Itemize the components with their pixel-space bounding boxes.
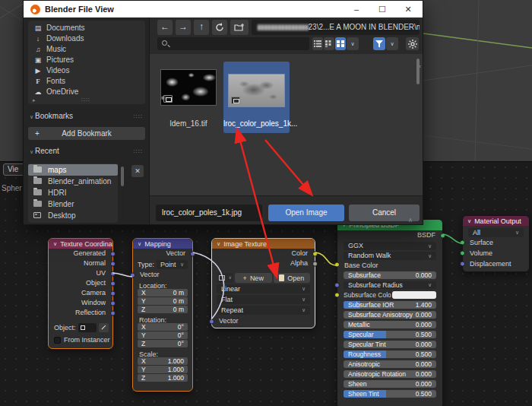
display-settings-dropdown[interactable]: ∨ [347,37,359,50]
sidebar-item-onedrive[interactable]: ☁OneDrive [28,87,145,97]
socket-uv[interactable] [110,271,116,276]
socket-color[interactable] [312,251,318,256]
region-expand-chevron-icon[interactable]: ∧ [408,217,413,224]
bookmarks-header[interactable]: ∨ Bookmarks [30,112,73,120]
file-grid-area[interactable]: ldem_16.tif lroc_color_poles_1k... ‹ [150,54,423,197]
open-image-button[interactable]: Open [274,273,311,283]
recent-item-blender-animation[interactable]: Blender_animation [28,176,118,187]
scale-y[interactable]: Y1.000 [138,366,188,373]
dialog-titlebar[interactable]: Blender File View – ☐ ✕ [24,1,423,17]
subsurface-radius-dropdown[interactable]: Subsurface Radius∨ [344,281,436,289]
object-id-field[interactable] [78,323,97,332]
add-bookmark-button[interactable]: + Add Bookmark [28,127,145,140]
specular-tint-slider[interactable]: Specular Tint0.000 [344,341,436,348]
sidebar-item-documents[interactable]: ▤Documents [28,23,145,33]
node-principled-bsdf[interactable]: ∨ Principled BSDF BSDF GGX∨ Random Walk∨… [337,219,443,406]
image-browser-button[interactable]: ∨ [217,273,233,283]
socket-window[interactable] [110,300,116,306]
socket-vector-in[interactable] [209,319,214,324]
subsurface-color-swatch[interactable] [392,291,436,299]
distribution-dropdown[interactable]: GGX∨ [344,242,436,250]
file-thumbnail-lroc[interactable] [228,74,285,107]
remove-recent-button[interactable]: ✕ [131,165,144,177]
file-thumbnail-ldem[interactable] [160,69,217,106]
path-field[interactable]: ▮▮▮▮▮▮▮▮▮▮▮▮▮▮▮23\2...E A MOON IN BLENDE… [252,20,420,35]
collapse-chevron-icon[interactable]: ∨ [467,218,471,224]
parent-directory-button[interactable]: ↑ [194,20,209,35]
eyedropper-button[interactable] [99,323,109,332]
node-header-image-texture[interactable]: ∨ Image Texture [212,239,315,249]
filter-options-dropdown[interactable]: ∨ [386,37,398,50]
refresh-button[interactable] [212,20,227,35]
socket-subsurface-color[interactable] [334,293,340,298]
location-y[interactable]: Y0 m [138,297,188,305]
open-image-button[interactable]: Open Image [268,205,344,221]
type-dropdown[interactable]: Point∨ [157,260,188,269]
recent-item-maps[interactable]: maps [28,164,118,176]
bookmarks-grip-icon[interactable]: ∷∷ [134,113,143,120]
node-header-mapping[interactable]: ∨ Mapping [133,239,192,249]
back-button[interactable]: ← [157,20,173,35]
forward-button[interactable]: → [176,20,191,35]
socket-volume[interactable] [460,251,465,256]
socket-subsurface-radius[interactable] [334,283,340,288]
anisotropic-slider[interactable]: Anisotropic0.000 [344,360,436,368]
node-texture-coordinate[interactable]: ∨ Texture Coordinate Generated Normal UV… [48,238,113,349]
rotation-z[interactable]: Z0° [138,340,188,347]
sidebar-item-videos[interactable]: ▶Videos [28,65,145,76]
subsurface-anisotropy-slider[interactable]: Subsurface Anisotropy0.000 [344,311,436,319]
recent-header[interactable]: ∨ Recent [30,147,59,155]
scale-x[interactable]: X1.000 [138,357,188,365]
anisotropic-rotation-slider[interactable]: Anisotropic Rotation0.000 [344,370,436,378]
maximize-button[interactable]: ☐ [371,1,394,17]
view-horizontal-list-button[interactable] [324,37,334,50]
filename-input[interactable]: lroc_color_poles_1k.jpg [156,205,262,221]
recent-item-blender[interactable]: Blender [28,198,118,210]
sidebar-item-music[interactable]: ♫Music [28,44,145,55]
specular-slider[interactable]: Specular0.500 [344,331,436,338]
socket-object[interactable] [110,281,116,286]
location-x[interactable]: X0 m [138,289,188,297]
socket-base-color[interactable] [334,262,340,268]
node-header-texture-coordinate[interactable]: ∨ Texture Coordinate [49,239,112,249]
recent-item-desktop[interactable]: Desktop [28,210,118,221]
recent-item-hdri[interactable]: HDRI [28,187,118,198]
minimize-button[interactable]: – [345,1,368,17]
expand-arrow-icon[interactable]: ▸ [33,97,36,103]
target-dropdown[interactable]: All∨ [468,228,524,237]
sidebar-item-fonts[interactable]: FFonts [28,76,145,87]
node-image-texture[interactable]: ∨ Image Texture Color Alpha ∨ +New Open … [211,238,315,328]
view-thumbnails-button[interactable] [335,37,346,50]
socket-surface[interactable] [460,240,465,246]
collapse-chevron-icon[interactable]: ∨ [53,241,57,247]
sheen-tint-slider[interactable]: Sheen Tint0.500 [344,390,436,398]
extension-dropdown[interactable]: Repeat∨ [217,306,310,315]
socket-displacement[interactable] [460,262,465,267]
sidebar-item-downloads[interactable]: ↓Downloads [28,33,145,44]
new-image-button[interactable]: +New [235,273,272,283]
settings-button[interactable] [406,37,419,50]
new-folder-button[interactable] [230,20,249,35]
node-material-output[interactable]: ∨ Material Output All∨ Surface Volume Di… [462,215,530,272]
from-instancer-checkbox[interactable] [54,337,61,344]
close-button[interactable]: ✕ [397,1,420,17]
socket-alpha[interactable] [312,261,318,266]
view-vertical-list-button[interactable] [312,37,323,50]
interpolation-dropdown[interactable]: Linear∨ [217,284,310,293]
location-z[interactable]: Z0 m [138,306,188,313]
socket-vector-out[interactable] [190,251,195,256]
collapse-chevron-icon[interactable]: ∨ [217,241,220,247]
node-header-material-output[interactable]: ∨ Material Output [463,216,529,226]
subsurface-slider[interactable]: Subsurface0.000 [344,271,436,279]
sss-method-dropdown[interactable]: Random Walk∨ [344,252,436,260]
projection-dropdown[interactable]: Flat∨ [217,295,310,304]
socket-vector-in[interactable] [130,272,135,278]
sheen-slider[interactable]: Sheen0.000 [344,380,436,388]
socket-camera[interactable] [110,290,116,296]
rotation-x[interactable]: X0° [138,323,188,331]
collapse-chevron-icon[interactable]: ∨ [138,241,141,247]
rotation-y[interactable]: Y0° [138,331,188,339]
file-label-lroc[interactable]: lroc_color_poles_1k... [223,119,290,128]
recent-grip-icon[interactable]: ∷∷ [134,148,143,155]
socket-reflection[interactable] [110,310,116,316]
